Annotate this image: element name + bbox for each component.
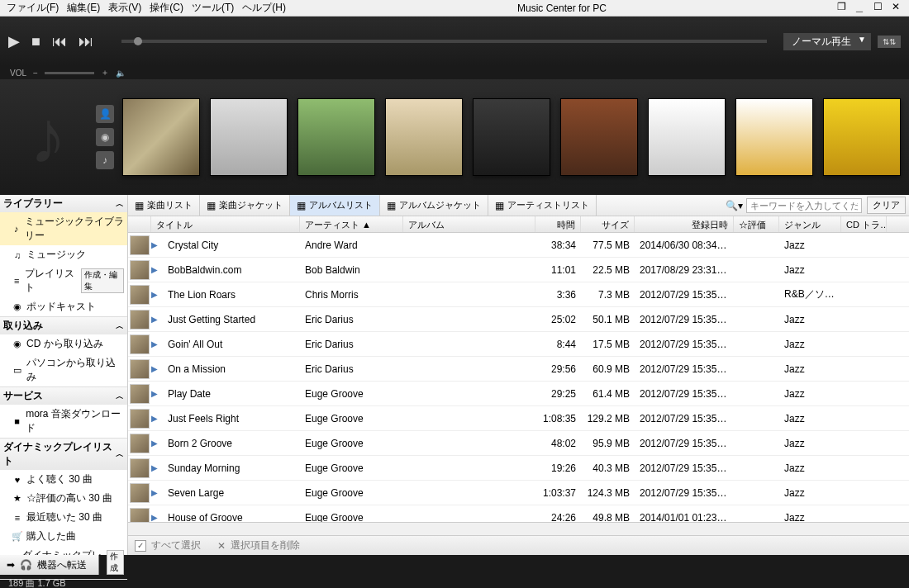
progress-slider[interactable] — [121, 40, 767, 43]
table-row[interactable]: ▶Born 2 GrooveEuge Groove48:0295.9 MB201… — [128, 431, 909, 456]
play-icon[interactable]: ▶ — [151, 463, 163, 472]
play-button[interactable]: ▶ — [8, 32, 20, 50]
sidebar-item[interactable]: ≡最近聴いた 30 曲 — [0, 508, 127, 527]
table-row[interactable]: ▶The Lion RoarsChris Morris3:367.3 MB201… — [128, 282, 909, 307]
music-icon[interactable]: ♪ — [96, 151, 114, 169]
sidebar-header[interactable]: サービス︿ — [0, 387, 127, 405]
play-icon[interactable]: ▶ — [151, 439, 163, 448]
sidebar-item[interactable]: ■mora 音楽ダウンロード — [0, 405, 127, 438]
row-artwork — [130, 310, 150, 330]
view-tab[interactable]: ▦アーティストリスト — [488, 195, 597, 216]
sidebar-item[interactable]: ★☆評価の高い 30 曲 — [0, 489, 127, 508]
album-cover[interactable] — [823, 98, 901, 176]
transfer-button[interactable]: ➡ 🎧 機器へ転送 — [0, 555, 99, 575]
album-cover[interactable] — [297, 98, 375, 176]
col-size[interactable]: サイズ — [581, 216, 635, 232]
minimize-icon[interactable]: ＿ — [853, 1, 866, 15]
menu-item[interactable]: 操作(C) — [146, 0, 187, 17]
clear-button[interactable]: クリア — [867, 197, 906, 214]
table-row[interactable]: ▶On a MissionEric Darius29:5660.9 MB2012… — [128, 357, 909, 382]
sidebar-item[interactable]: 🛒購入した曲 — [0, 527, 127, 546]
disc-icon[interactable]: ◉ — [96, 128, 114, 146]
table-row[interactable]: ▶Crystal CityAndre Ward38:3477.5 MB2014/… — [128, 233, 909, 258]
view-tab[interactable]: ▦アルバムリスト — [290, 195, 380, 216]
album-cover[interactable] — [473, 98, 550, 176]
sidebar-inline-button[interactable]: 作成 — [107, 550, 124, 575]
table-row[interactable]: ▶Goin' All OutEric Darius8:4417.5 MB2012… — [128, 332, 909, 357]
album-cover[interactable] — [735, 98, 813, 176]
next-button[interactable]: ⏭ — [79, 33, 93, 50]
play-icon[interactable]: ▶ — [151, 339, 163, 349]
play-icon[interactable]: ▶ — [151, 364, 163, 373]
sidebar-item[interactable]: ◉ポッドキャスト — [0, 297, 127, 316]
sidebar-item[interactable]: ♫ミュージック — [0, 245, 127, 264]
close-icon[interactable]: ✕ — [889, 1, 902, 15]
track-list[interactable]: ▶Crystal CityAndre Ward38:3477.5 MB2014/… — [128, 233, 909, 522]
search-icon[interactable]: 🔍▾ — [726, 200, 743, 211]
sidebar-header[interactable]: ライブラリー︿ — [0, 195, 127, 212]
sidebar-item[interactable]: ≡プレイリスト作成・編集 — [0, 264, 127, 297]
col-title[interactable]: タイトル — [151, 216, 300, 232]
sidebar-item[interactable]: ♪ミュージックライブラリー — [0, 212, 127, 245]
col-artist[interactable]: アーティスト ▲ — [300, 216, 403, 232]
play-icon[interactable]: ▶ — [151, 265, 163, 274]
play-icon[interactable]: ▶ — [151, 240, 163, 249]
menu-item[interactable]: ヘルプ(H) — [239, 0, 289, 17]
table-row[interactable]: ▶BobBaldwin.comBob Baldwin11:0122.5 MB20… — [128, 258, 909, 282]
table-row[interactable]: ▶Seven LargeEuge Groove1:03:37124.3 MB20… — [128, 481, 909, 505]
sidebar-item[interactable]: ◉CD から取り込み — [0, 334, 127, 353]
col-track[interactable]: CD トラ… — [841, 216, 887, 232]
album-cover[interactable] — [385, 98, 463, 176]
play-icon[interactable]: ▶ — [151, 290, 163, 299]
play-icon[interactable]: ▶ — [151, 389, 163, 398]
album-cover[interactable] — [122, 98, 200, 176]
table-row[interactable]: ▶Sunday MorningEuge Groove19:2640.3 MB20… — [128, 456, 909, 481]
restore-icon[interactable]: ❐ — [835, 1, 848, 15]
play-icon[interactable]: ▶ — [151, 315, 163, 324]
select-all-checkbox[interactable]: ✓ — [135, 540, 146, 552]
col-genre[interactable]: ジャンル — [779, 216, 841, 232]
album-cover[interactable] — [560, 98, 638, 176]
menu-item[interactable]: 表示(V) — [105, 0, 145, 17]
sidebar-header[interactable]: 取り込み︿ — [0, 317, 127, 334]
table-row[interactable]: ▶House of GrooveEuge Groove24:2649.8 MB2… — [128, 505, 909, 522]
col-rating[interactable]: ☆評価 — [734, 216, 779, 232]
album-cover[interactable] — [648, 98, 726, 176]
table-row[interactable]: ▶Play DateEuge Groove29:2561.4 MB2012/07… — [128, 382, 909, 406]
col-date[interactable]: 登録日時 — [635, 216, 734, 232]
mute-icon[interactable]: 🔈 — [116, 69, 126, 78]
view-tab[interactable]: ▦楽曲ジャケット — [200, 195, 290, 216]
maximize-icon[interactable]: ☐ — [871, 1, 884, 15]
cell-title: Seven Large — [163, 487, 300, 499]
equalizer-button[interactable]: ⇅⇅ — [878, 36, 901, 48]
menu-item[interactable]: ツール(T) — [188, 0, 237, 17]
row-artwork — [130, 285, 150, 305]
sidebar-header[interactable]: ダイナミックプレイリスト︿ — [0, 439, 127, 470]
cell-title: BobBaldwin.com — [163, 264, 300, 276]
user-icon[interactable]: 👤 — [96, 105, 114, 123]
search-input[interactable] — [746, 198, 862, 213]
col-time[interactable]: 時間 — [535, 216, 581, 232]
menu-item[interactable]: ファイル(F) — [3, 0, 62, 17]
play-icon[interactable]: ▶ — [151, 513, 163, 522]
volume-slider[interactable] — [45, 72, 94, 74]
stop-button[interactable]: ■ — [31, 33, 40, 50]
sidebar-inline-button[interactable]: 作成・編集 — [81, 268, 124, 293]
vol-down-icon[interactable]: − — [33, 69, 38, 78]
play-icon[interactable]: ▶ — [151, 414, 163, 423]
vol-up-icon[interactable]: ＋ — [101, 67, 109, 78]
play-icon[interactable]: ▶ — [151, 488, 163, 497]
sidebar-item[interactable]: ♥よく聴く 30 曲 — [0, 470, 127, 489]
view-tab[interactable]: ▦アルバムジャケット — [380, 195, 488, 216]
prev-button[interactable]: ⏮ — [52, 33, 67, 50]
col-album[interactable]: アルバム — [403, 216, 535, 232]
sidebar-item[interactable]: ▭パソコンから取り込み — [0, 353, 127, 386]
sidebar-item-label: プレイリスト — [25, 267, 78, 295]
h-scrollbar[interactable] — [128, 522, 909, 535]
album-cover[interactable] — [210, 98, 288, 176]
table-row[interactable]: ▶Just Feels RightEuge Groove1:08:35129.2… — [128, 406, 909, 431]
menu-item[interactable]: 編集(E) — [64, 0, 103, 17]
view-tab[interactable]: ▦楽曲リスト — [128, 195, 200, 216]
table-row[interactable]: ▶Just Getting StartedEric Darius25:0250.… — [128, 307, 909, 332]
playmode-select[interactable]: ノーマル再生 — [783, 33, 871, 50]
